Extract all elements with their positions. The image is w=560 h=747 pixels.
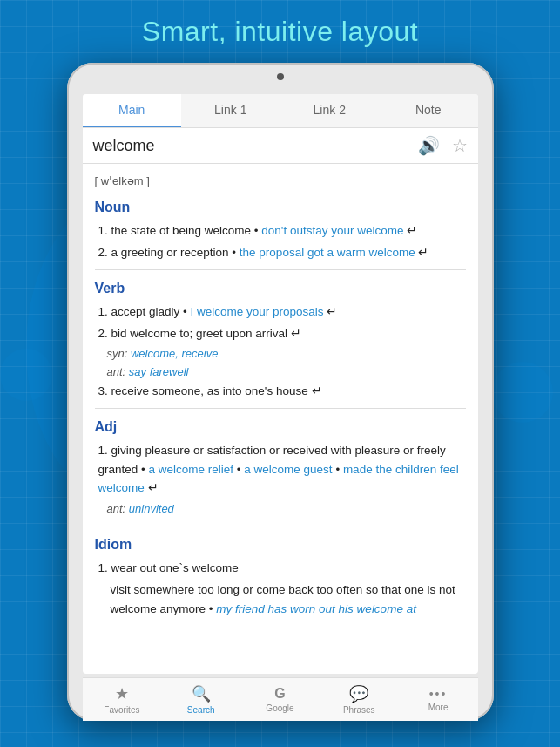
nav-favorites-label: Favorites — [104, 705, 139, 715]
search-bar: welcome 🔊 ☆ — [83, 128, 478, 164]
verb-def-2-syn: syn: welcome, receive — [95, 345, 466, 363]
noun-def-2-arrow: ↵ — [418, 246, 428, 259]
adj-def-1-example-2[interactable]: a welcome guest — [244, 463, 332, 476]
nav-phrases-label: Phrases — [343, 705, 375, 715]
verb-def-3-text: receive someone, as into one's house — [111, 384, 308, 397]
verb-def-2: 2. bid welcome to; greet upon arrival ↵ — [95, 324, 466, 343]
pos-adj: Adj — [95, 416, 466, 438]
verb-def-1-text: accept gladly • — [111, 305, 191, 318]
divider-1 — [95, 269, 466, 270]
adj-ant-words[interactable]: uninvited — [129, 502, 174, 515]
verb-def-3: 3. receive someone, as into one's house … — [95, 382, 466, 401]
search-icon: 🔍 — [192, 684, 211, 703]
verb-def-1-arrow: ↵ — [327, 305, 337, 318]
bottom-nav: ★ Favorites 🔍 Search G Google 💬 Phrases … — [83, 677, 478, 721]
idiom-def-1-num: 1. — [98, 561, 111, 574]
page-title: Smart, intuitive layout — [0, 16, 560, 48]
noun-def-2: 2. a greeting or reception • the proposa… — [95, 243, 466, 262]
syn-words[interactable]: welcome, receive — [131, 347, 218, 360]
pos-noun: Noun — [95, 196, 466, 219]
favorites-icon: ★ — [115, 684, 129, 703]
tablet-screen: Main Link 1 Link 2 Note welcome 🔊 ☆ [ wˈ… — [83, 94, 478, 674]
noun-def-1-text: the state of being welcome • — [111, 224, 262, 237]
speaker-icon[interactable]: 🔊 — [418, 135, 440, 156]
more-icon: ••• — [429, 687, 448, 701]
nav-favorites[interactable]: ★ Favorites — [83, 684, 162, 715]
nav-more-label: More — [428, 703, 449, 712]
verb-def-2-ant: ant: say farewell — [95, 363, 466, 382]
nav-search[interactable]: 🔍 Search — [161, 684, 240, 715]
nav-search-label: Search — [187, 705, 215, 715]
adj-def-1-sep1: • — [237, 463, 244, 476]
nav-google[interactable]: G Google — [240, 686, 320, 713]
adj-def-1-num: 1. — [98, 444, 111, 457]
tab-note[interactable]: Note — [379, 94, 478, 127]
noun-def-1-num: 1. — [98, 224, 111, 237]
tab-bar: Main Link 1 Link 2 Note — [83, 94, 478, 128]
pos-idiom: Idiom — [95, 533, 466, 556]
noun-def-1-example[interactable]: don't outstay your welcome — [261, 224, 403, 237]
search-word: welcome — [93, 137, 418, 155]
tablet-frame: Main Link 1 Link 2 Note welcome 🔊 ☆ [ wˈ… — [67, 63, 494, 721]
noun-def-2-example[interactable]: the proposal got a warm welcome — [240, 246, 415, 259]
verb-def-3-num: 3. — [98, 384, 111, 397]
adj-def-1-ant: ant: uninvited — [95, 500, 466, 519]
verb-def-1-num: 1. — [98, 305, 111, 318]
noun-def-1: 1. the state of being welcome • don't ou… — [95, 221, 466, 241]
phrases-icon: 💬 — [349, 684, 368, 703]
adj-def-1-example-1[interactable]: a welcome relief — [149, 463, 234, 476]
verb-def-1: 1. accept gladly • I welcome your propos… — [95, 302, 466, 322]
nav-google-label: Google — [266, 703, 293, 713]
adj-def-1-arrow: ↵ — [148, 481, 159, 494]
idiom-def-1-example[interactable]: my friend has worn out his welcome at — [216, 602, 416, 615]
pos-verb: Verb — [95, 277, 466, 300]
phonetic: [ wˈelkəm ] — [95, 173, 466, 191]
idiom-def-1-phrase-text: wear out one`s welcome — [111, 561, 239, 574]
svg-point-6 — [492, 362, 553, 423]
noun-def-2-text: a greeting or reception • — [111, 246, 240, 259]
favorite-star-icon[interactable]: ☆ — [452, 135, 468, 156]
idiom-def-1-text: visit somewhere too long or come back to… — [95, 581, 466, 618]
nav-more[interactable]: ••• More — [399, 687, 478, 712]
noun-def-2-num: 2. — [98, 246, 111, 259]
search-icons: 🔊 ☆ — [418, 135, 468, 156]
tab-main[interactable]: Main — [83, 94, 182, 127]
divider-3 — [95, 526, 466, 526]
verb-def-2-arrow: ↵ — [291, 327, 301, 340]
tablet-camera — [277, 73, 284, 80]
nav-phrases[interactable]: 💬 Phrases — [320, 684, 399, 715]
verb-def-2-text: bid welcome to; greet upon arrival — [111, 327, 288, 340]
google-icon: G — [274, 686, 285, 702]
verb-def-3-arrow: ↵ — [312, 384, 322, 397]
idiom-def-1-phrase: 1. wear out one`s welcome — [95, 559, 466, 578]
verb-def-1-example[interactable]: I welcome your proposals — [191, 305, 324, 318]
ant-words[interactable]: say farewell — [129, 365, 189, 378]
svg-point-5 — [0, 349, 52, 401]
noun-def-1-arrow: ↵ — [407, 224, 417, 237]
adj-def-1: 1. giving pleasure or satisfaction or re… — [95, 441, 466, 498]
divider-2 — [95, 408, 466, 409]
content-area[interactable]: [ wˈelkəm ] Noun 1. the state of being w… — [83, 164, 478, 674]
tab-link2[interactable]: Link 2 — [280, 94, 380, 127]
verb-def-2-num: 2. — [98, 327, 111, 340]
tab-link1[interactable]: Link 1 — [181, 94, 280, 127]
